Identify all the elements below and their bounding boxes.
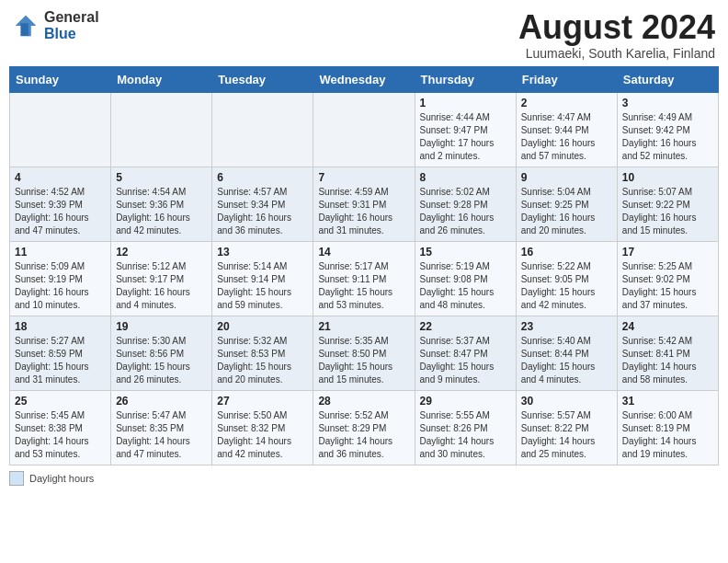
- calendar-cell: 16Sunrise: 5:22 AM Sunset: 9:05 PM Dayli…: [516, 241, 617, 316]
- day-info: Sunrise: 5:07 AM Sunset: 9:22 PM Dayligh…: [622, 186, 713, 237]
- day-info: Sunrise: 5:22 AM Sunset: 9:05 PM Dayligh…: [521, 260, 612, 312]
- calendar-cell: 6Sunrise: 4:57 AM Sunset: 9:34 PM Daylig…: [212, 167, 313, 241]
- logo-general: General: [44, 9, 99, 26]
- logo-text: General Blue: [44, 9, 99, 41]
- day-number: 21: [318, 320, 409, 333]
- day-info: Sunrise: 4:44 AM Sunset: 9:47 PM Dayligh…: [420, 111, 511, 163]
- day-info: Sunrise: 5:47 AM Sunset: 8:35 PM Dayligh…: [116, 409, 207, 461]
- day-info: Sunrise: 4:49 AM Sunset: 9:42 PM Dayligh…: [622, 111, 713, 163]
- calendar-cell: 3Sunrise: 4:49 AM Sunset: 9:42 PM Daylig…: [617, 92, 718, 167]
- logo-icon: [13, 13, 39, 39]
- logo-blue: Blue: [44, 26, 99, 42]
- calendar-week-row: 1Sunrise: 4:44 AM Sunset: 9:47 PM Daylig…: [10, 92, 719, 167]
- calendar-body: 1Sunrise: 4:44 AM Sunset: 9:47 PM Daylig…: [10, 92, 719, 465]
- weekday-header: Tuesday: [212, 66, 313, 92]
- calendar-cell: 13Sunrise: 5:14 AM Sunset: 9:14 PM Dayli…: [212, 241, 313, 316]
- day-number: 19: [116, 320, 207, 333]
- calendar-cell: [313, 92, 415, 167]
- day-info: Sunrise: 5:14 AM Sunset: 9:14 PM Dayligh…: [217, 260, 308, 312]
- day-number: 22: [420, 320, 511, 333]
- day-info: Sunrise: 5:12 AM Sunset: 9:17 PM Dayligh…: [116, 260, 207, 312]
- calendar-cell: 20Sunrise: 5:32 AM Sunset: 8:53 PM Dayli…: [212, 316, 313, 390]
- calendar-cell: 18Sunrise: 5:27 AM Sunset: 8:59 PM Dayli…: [10, 316, 111, 390]
- day-info: Sunrise: 5:19 AM Sunset: 9:08 PM Dayligh…: [420, 260, 511, 312]
- calendar-cell: 4Sunrise: 4:52 AM Sunset: 9:39 PM Daylig…: [10, 167, 111, 241]
- day-info: Sunrise: 5:37 AM Sunset: 8:47 PM Dayligh…: [420, 335, 511, 386]
- calendar-cell: 11Sunrise: 5:09 AM Sunset: 9:19 PM Dayli…: [10, 241, 111, 316]
- day-number: 1: [420, 97, 511, 109]
- day-number: 27: [217, 395, 308, 408]
- legend-label: Daylight hours: [29, 473, 94, 484]
- day-info: Sunrise: 4:59 AM Sunset: 9:31 PM Dayligh…: [318, 186, 409, 237]
- weekday-header: Monday: [111, 66, 212, 92]
- weekday-row: SundayMondayTuesdayWednesdayThursdayFrid…: [10, 66, 719, 92]
- day-number: 11: [15, 246, 106, 259]
- calendar-cell: 25Sunrise: 5:45 AM Sunset: 8:38 PM Dayli…: [10, 390, 111, 465]
- day-number: 18: [15, 320, 106, 333]
- day-number: 29: [420, 395, 511, 408]
- day-number: 24: [622, 320, 713, 333]
- day-number: 5: [116, 171, 207, 184]
- day-number: 10: [622, 171, 713, 184]
- calendar-cell: 19Sunrise: 5:30 AM Sunset: 8:56 PM Dayli…: [111, 316, 212, 390]
- calendar-cell: 30Sunrise: 5:57 AM Sunset: 8:22 PM Dayli…: [516, 390, 617, 465]
- calendar-cell: [111, 92, 212, 167]
- day-number: 26: [116, 395, 207, 408]
- title-block: August 2024 Luumaeki, South Karelia, Fin…: [518, 9, 715, 61]
- day-number: 25: [15, 395, 106, 408]
- logo: General Blue: [13, 9, 99, 41]
- day-number: 4: [15, 171, 106, 184]
- calendar-cell: [212, 92, 313, 167]
- footer: Daylight hours: [9, 471, 719, 486]
- weekday-header: Friday: [516, 66, 617, 92]
- day-number: 13: [217, 246, 308, 259]
- day-info: Sunrise: 4:47 AM Sunset: 9:44 PM Dayligh…: [521, 111, 612, 163]
- day-info: Sunrise: 5:32 AM Sunset: 8:53 PM Dayligh…: [217, 335, 308, 386]
- day-number: 8: [420, 171, 511, 184]
- day-number: 9: [521, 171, 612, 184]
- weekday-header: Wednesday: [313, 66, 415, 92]
- day-info: Sunrise: 4:57 AM Sunset: 9:34 PM Dayligh…: [217, 186, 308, 237]
- month-year: August 2024: [518, 9, 715, 46]
- day-info: Sunrise: 4:54 AM Sunset: 9:36 PM Dayligh…: [116, 186, 207, 237]
- calendar-week-row: 11Sunrise: 5:09 AM Sunset: 9:19 PM Dayli…: [10, 241, 719, 316]
- calendar-week-row: 25Sunrise: 5:45 AM Sunset: 8:38 PM Dayli…: [10, 390, 719, 465]
- calendar-cell: [10, 92, 111, 167]
- calendar-cell: 15Sunrise: 5:19 AM Sunset: 9:08 PM Dayli…: [415, 241, 516, 316]
- day-info: Sunrise: 5:35 AM Sunset: 8:50 PM Dayligh…: [318, 335, 409, 386]
- day-info: Sunrise: 5:02 AM Sunset: 9:28 PM Dayligh…: [420, 186, 511, 237]
- day-number: 20: [217, 320, 308, 333]
- calendar-week-row: 18Sunrise: 5:27 AM Sunset: 8:59 PM Dayli…: [10, 316, 719, 390]
- page-header: General Blue August 2024 Luumaeki, South…: [9, 9, 719, 61]
- day-number: 17: [622, 246, 713, 259]
- day-info: Sunrise: 5:04 AM Sunset: 9:25 PM Dayligh…: [521, 186, 612, 237]
- calendar-cell: 26Sunrise: 5:47 AM Sunset: 8:35 PM Dayli…: [111, 390, 212, 465]
- day-info: Sunrise: 5:52 AM Sunset: 8:29 PM Dayligh…: [318, 409, 409, 461]
- calendar-cell: 27Sunrise: 5:50 AM Sunset: 8:32 PM Dayli…: [212, 390, 313, 465]
- day-info: Sunrise: 5:09 AM Sunset: 9:19 PM Dayligh…: [15, 260, 106, 312]
- calendar-cell: 17Sunrise: 5:25 AM Sunset: 9:02 PM Dayli…: [617, 241, 718, 316]
- day-info: Sunrise: 4:52 AM Sunset: 9:39 PM Dayligh…: [15, 186, 106, 237]
- day-info: Sunrise: 5:42 AM Sunset: 8:41 PM Dayligh…: [622, 335, 713, 386]
- calendar-cell: 8Sunrise: 5:02 AM Sunset: 9:28 PM Daylig…: [415, 167, 516, 241]
- day-number: 12: [116, 246, 207, 259]
- day-info: Sunrise: 5:25 AM Sunset: 9:02 PM Dayligh…: [622, 260, 713, 312]
- day-info: Sunrise: 5:55 AM Sunset: 8:26 PM Dayligh…: [420, 409, 511, 461]
- day-info: Sunrise: 5:30 AM Sunset: 8:56 PM Dayligh…: [116, 335, 207, 386]
- calendar-cell: 22Sunrise: 5:37 AM Sunset: 8:47 PM Dayli…: [415, 316, 516, 390]
- calendar-cell: 14Sunrise: 5:17 AM Sunset: 9:11 PM Dayli…: [313, 241, 415, 316]
- calendar-cell: 1Sunrise: 4:44 AM Sunset: 9:47 PM Daylig…: [415, 92, 516, 167]
- calendar-cell: 24Sunrise: 5:42 AM Sunset: 8:41 PM Dayli…: [617, 316, 718, 390]
- calendar-cell: 9Sunrise: 5:04 AM Sunset: 9:25 PM Daylig…: [516, 167, 617, 241]
- calendar-cell: 28Sunrise: 5:52 AM Sunset: 8:29 PM Dayli…: [313, 390, 415, 465]
- day-number: 2: [521, 97, 612, 109]
- day-info: Sunrise: 5:17 AM Sunset: 9:11 PM Dayligh…: [318, 260, 409, 312]
- weekday-header: Thursday: [415, 66, 516, 92]
- day-number: 15: [420, 246, 511, 259]
- calendar-cell: 12Sunrise: 5:12 AM Sunset: 9:17 PM Dayli…: [111, 241, 212, 316]
- day-info: Sunrise: 5:40 AM Sunset: 8:44 PM Dayligh…: [521, 335, 612, 386]
- day-number: 7: [318, 171, 409, 184]
- weekday-header: Saturday: [617, 66, 718, 92]
- calendar-cell: 31Sunrise: 6:00 AM Sunset: 8:19 PM Dayli…: [617, 390, 718, 465]
- calendar-week-row: 4Sunrise: 4:52 AM Sunset: 9:39 PM Daylig…: [10, 167, 719, 241]
